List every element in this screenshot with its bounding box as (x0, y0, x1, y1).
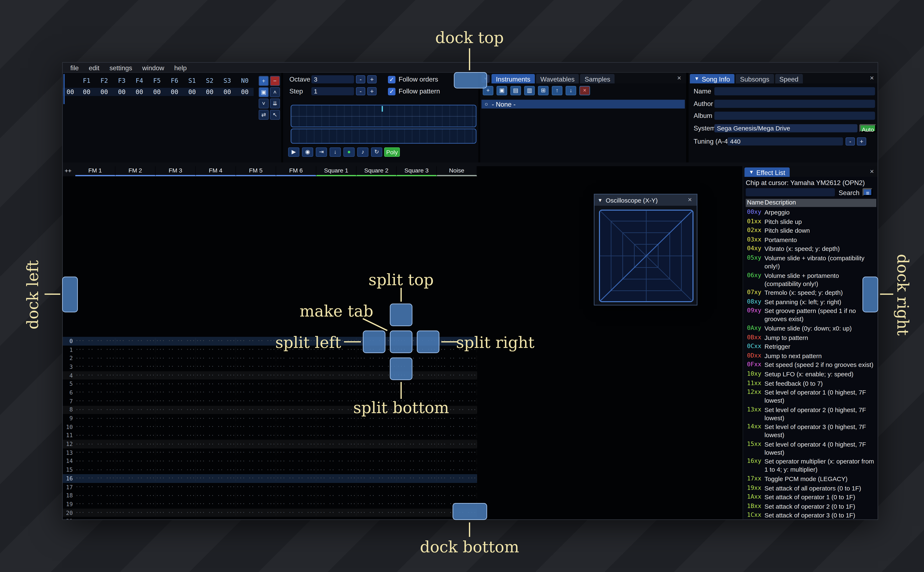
pattern-cell[interactable]: ··· ·· ·· ··· (156, 433, 196, 438)
pattern-row[interactable]: 15 ··· ·· ·· ··· ··· ·· ·· ··· ··· ·· ··… (63, 466, 477, 474)
effect-row[interactable]: 03xx Portamento (746, 235, 876, 244)
pattern-cell[interactable]: ··· ·· ·· ··· (156, 390, 196, 395)
pattern-cell[interactable]: ··· ·· ·· ··· (75, 476, 115, 481)
pattern-cell[interactable]: ··· ·· ·· ··· (397, 450, 437, 455)
pattern-cell[interactable]: ··· ·· ·· ··· (196, 433, 236, 438)
pattern-cell[interactable]: ··· ·· ·· ··· (156, 476, 196, 481)
pattern-cell[interactable]: ··· ·· ·· ··· (437, 424, 477, 430)
pattern-cell[interactable]: ··· ·· ·· ··· (236, 381, 276, 387)
pattern-cell[interactable]: ··· ·· ·· ··· (236, 347, 276, 353)
pattern-cell[interactable]: ··· ·· ·· ··· (276, 364, 316, 370)
menu-item[interactable]: file (65, 64, 84, 71)
pattern-cell[interactable]: ··· ·· ·· ··· (115, 484, 156, 490)
instruments-tab[interactable]: Instruments (491, 74, 535, 84)
pattern-cell[interactable]: ··· ·· ·· ··· (196, 416, 236, 421)
pattern-cell[interactable]: ··· ·· ·· ··· (236, 407, 276, 413)
octave-decrease-button[interactable]: - (356, 75, 365, 84)
pattern-cell[interactable]: ··· ·· ·· ··· (75, 467, 115, 473)
pattern-cell[interactable]: ··· ·· ·· ··· (437, 459, 477, 464)
pattern-cell[interactable]: ··· ·· ·· ··· (156, 441, 196, 447)
pattern-cell[interactable]: ··· ·· ·· ··· (437, 364, 477, 370)
pattern-cell[interactable]: ··· ·· ·· ··· (437, 484, 477, 490)
pattern-cell[interactable]: ··· ·· ·· ··· (115, 364, 156, 370)
pattern-cell[interactable]: ··· ·· ·· ··· (357, 441, 397, 447)
pattern-cell[interactable]: ··· ·· ·· ··· (156, 501, 196, 507)
pattern-cell[interactable]: ··· ·· ·· ··· (316, 398, 357, 404)
pattern-cell[interactable]: ··· ·· ·· ··· (196, 519, 236, 520)
pattern-cell[interactable]: ··· ·· ·· ··· (156, 424, 196, 430)
effect-row[interactable]: 07xy Tremolo (x: speed; y: depth) (746, 288, 876, 297)
pattern-cell[interactable]: ··· ·· ·· ··· (75, 433, 115, 438)
pattern-row[interactable]: 6 ··· ·· ·· ··· ··· ·· ·· ··· ··· ·· ·· … (63, 388, 477, 397)
pattern-cell[interactable]: ··· ·· ·· ··· (156, 364, 196, 370)
pattern-cell[interactable]: ··· ·· ·· ··· (156, 484, 196, 490)
pattern-cell[interactable]: ··· ·· ·· ··· (397, 493, 437, 498)
pattern-cell[interactable]: ··· ·· ·· ··· (276, 467, 316, 473)
pattern-cell[interactable]: ··· ·· ·· ··· (276, 484, 316, 490)
pattern-cell[interactable]: ··· ·· ·· ··· (115, 441, 156, 447)
pattern-cell[interactable]: ··· ·· ·· ··· (196, 390, 236, 395)
pattern-cell[interactable]: ··· ·· ·· ··· (196, 347, 236, 353)
instrument-move-up-button[interactable]: ↑ (552, 86, 563, 95)
pattern-cell[interactable]: ··· ·· ·· ··· (357, 390, 397, 395)
pattern-cell[interactable]: ··· ·· ·· ··· (316, 424, 357, 430)
pattern-cell[interactable]: ··· ·· ·· ··· (397, 441, 437, 447)
split-target-top[interactable] (390, 303, 412, 326)
orders-pattern-value[interactable]: 00 (148, 89, 166, 95)
pattern-cell[interactable]: ··· ·· ·· ··· (196, 373, 236, 378)
pattern-cell[interactable]: ··· ·· ·· ··· (115, 338, 156, 344)
orders-row[interactable]: 00 00000000000000000000 (63, 88, 254, 96)
pattern-cell[interactable]: ··· ·· ·· ··· (397, 381, 437, 387)
effect-row[interactable]: 0Bxx Jump to pattern (746, 333, 876, 342)
dock-target-left[interactable] (62, 277, 78, 312)
pattern-cell[interactable]: ··· ·· ·· ··· (236, 459, 276, 464)
pattern-cell[interactable]: ··· ·· ·· ··· (236, 398, 276, 404)
effect-row[interactable]: 01xx Pitch slide up (746, 217, 876, 226)
pattern-cell[interactable]: ··· ·· ·· ··· (276, 441, 316, 447)
dock-target-right[interactable] (862, 277, 878, 312)
effect-row[interactable]: 16xy Set operator multiplier (x: operato… (746, 457, 876, 474)
effect-search-input[interactable] (746, 188, 835, 196)
order-add-button[interactable]: + (259, 76, 269, 86)
pattern-cell[interactable]: ··· ·· ·· ··· (357, 467, 397, 473)
pattern-row[interactable]: 1 ··· ·· ·· ··· ··· ·· ·· ··· ··· ·· ·· … (63, 345, 477, 354)
pattern-cell[interactable]: ··· ·· ·· ··· (437, 441, 477, 447)
system-select[interactable]: Sega Genesis/Mega Drive (714, 124, 857, 132)
pattern-cell[interactable]: ··· ·· ·· ··· (236, 493, 276, 498)
pattern-cell[interactable]: ··· ·· ·· ··· (236, 476, 276, 481)
song-info-tab[interactable]: Subsongs (736, 74, 774, 84)
pattern-cell[interactable]: ··· ·· ·· ··· (276, 459, 316, 464)
tuning-field[interactable]: 440 (728, 137, 843, 145)
pattern-cell[interactable]: ··· ·· ·· ··· (75, 459, 115, 464)
pattern-row[interactable]: 2 ··· ·· ·· ··· ··· ·· ·· ··· ··· ·· ·· … (63, 354, 477, 362)
effect-row[interactable]: 02xx Pitch slide down (746, 226, 876, 235)
effect-row[interactable]: 14xx Set level of operator 3 (0 highest,… (746, 422, 876, 440)
pattern-cell[interactable]: ··· ·· ·· ··· (115, 390, 156, 395)
pattern-cell[interactable]: ··· ·· ·· ··· (236, 338, 276, 344)
pattern-cell[interactable]: ··· ·· ·· ··· (115, 373, 156, 378)
pattern-row[interactable]: 17 ··· ·· ·· ··· ··· ·· ·· ··· ··· ·· ··… (63, 483, 477, 491)
pattern-row[interactable]: 20 ··· ·· ·· ··· ··· ·· ·· ··· ··· ·· ··… (63, 508, 477, 517)
pattern-cell[interactable]: ··· ·· ·· ··· (236, 373, 276, 378)
effect-row[interactable]: 1Axx Set attack of operator 1 (0 to 1F) (746, 493, 876, 502)
pattern-cell[interactable]: ··· ·· ·· ··· (236, 364, 276, 370)
pattern-cell[interactable]: ··· ·· ·· ··· (196, 364, 236, 370)
pattern-expand-button[interactable]: ++ (63, 166, 75, 176)
pattern-cell[interactable]: ··· ·· ·· ··· (316, 355, 357, 361)
menu-item[interactable]: window (137, 64, 169, 71)
collapse-icon[interactable]: ▼ (598, 197, 603, 203)
effect-row[interactable]: 13xx Set level of operator 2 (0 highest,… (746, 405, 876, 422)
dock-target-bottom[interactable] (453, 503, 487, 520)
pattern-cell[interactable]: ··· ·· ·· ··· (156, 467, 196, 473)
album-field[interactable] (714, 112, 875, 120)
song-info-tab[interactable]: Speed (775, 74, 803, 84)
pattern-cell[interactable]: ··· ·· ·· ··· (437, 373, 477, 378)
pattern-cell[interactable]: ··· ·· ·· ··· (115, 355, 156, 361)
split-target-bottom[interactable] (390, 358, 412, 380)
pattern-cell[interactable]: ··· ·· ·· ··· (156, 416, 196, 421)
effect-row[interactable]: 06xy Volume slide + portamento (compatib… (746, 271, 876, 288)
instrument-delete-button[interactable]: × (580, 86, 590, 95)
pattern-row[interactable]: 16 ··· ·· ·· ··· ··· ·· ·· ··· ··· ·· ··… (63, 474, 477, 483)
instrument-open-button[interactable]: ▤ (510, 86, 521, 95)
pattern-cell[interactable]: ··· ·· ·· ··· (397, 433, 437, 438)
